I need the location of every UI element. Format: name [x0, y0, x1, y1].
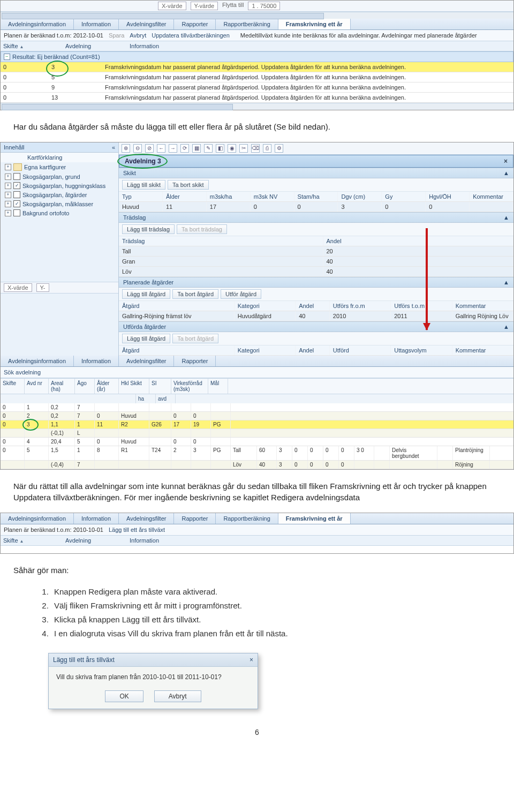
y-varde-field[interactable]: Y-: [36, 283, 49, 292]
add-atgard-button[interactable]: Lägg till åtgärd: [122, 289, 170, 299]
table-row[interactable]: Gran40: [119, 257, 513, 267]
tool-icon[interactable]: ⟳: [180, 144, 189, 153]
add-skikt-button[interactable]: Lägg till skikt: [122, 180, 165, 190]
tree-item[interactable]: +Skogsägarplan, grund: [1, 172, 118, 181]
section-tradslag[interactable]: Trädslag: [123, 214, 146, 221]
grid-row[interactable]: 051,518R1T2423PGTall60300003 0Delvis ber…: [1, 446, 513, 461]
tab-lower[interactable]: Rapporter: [174, 356, 216, 366]
tab[interactable]: Information: [74, 513, 119, 524]
tool-icon[interactable]: ⚙: [275, 144, 283, 153]
scale-field[interactable]: 1 . 75000: [248, 2, 280, 10]
col-avdelning[interactable]: Avdelning: [65, 537, 108, 544]
table-row[interactable]: Löv40: [119, 267, 513, 277]
tree-item[interactable]: +Egna kartfigurer: [1, 162, 118, 172]
grid-row[interactable]: 0420,450Huvud00: [1, 438, 513, 446]
tab[interactable]: Rapportberäkning: [216, 513, 278, 524]
avbryt-button[interactable]: Avbryt: [130, 32, 146, 39]
checkbox-checked[interactable]: ✓: [13, 200, 20, 207]
expand-icon[interactable]: +: [5, 174, 11, 180]
table-row[interactable]: Huvud111700300: [119, 202, 513, 212]
collapse-icon[interactable]: −: [4, 54, 10, 60]
remove-skikt-button[interactable]: Ta bort skikt: [168, 180, 209, 190]
col-skifte[interactable]: Skifte ▲: [3, 537, 44, 544]
tab[interactable]: Avdelningsfilter: [119, 513, 174, 524]
tab-avdelningsfilter[interactable]: Avdelningsfilter: [119, 19, 174, 29]
tool-icon[interactable]: ⊖: [133, 144, 142, 153]
table-row[interactable]: 0 5 Framskrivningsdatum har passerat pla…: [1, 72, 513, 82]
checkbox-checked[interactable]: ✓: [13, 182, 20, 189]
sok-avdelning-link[interactable]: Sök avdelning: [4, 369, 41, 375]
expand-icon[interactable]: +: [5, 210, 11, 216]
collapse-icon[interactable]: ▲: [503, 324, 509, 330]
tree-item[interactable]: +Skogsägarplan, åtgärder: [1, 190, 118, 199]
col-information[interactable]: Information: [130, 43, 159, 49]
tree-item[interactable]: +Bakgrund ortofoto: [1, 208, 118, 217]
section-skikt[interactable]: Skikt: [123, 170, 136, 176]
checkbox[interactable]: [13, 209, 20, 216]
tool-icon[interactable]: ⊕: [122, 144, 130, 153]
tree-item[interactable]: +✓Skogsägarplan, huggningsklass: [1, 181, 118, 190]
table-row[interactable]: 0 9 Framskrivningsdatum har passerat pla…: [1, 82, 513, 93]
tool-icon[interactable]: ⊘: [145, 144, 154, 153]
col-avdelning[interactable]: Avdelning: [65, 43, 108, 49]
spara-button[interactable]: Spara: [109, 32, 124, 39]
checkbox[interactable]: [13, 191, 20, 198]
tab-rapportberakning[interactable]: Rapportberäkning: [216, 19, 278, 29]
x-varde[interactable]: X-värde: [158, 2, 186, 10]
tab-rapporter[interactable]: Rapporter: [174, 19, 216, 29]
tool-icon[interactable]: ◉: [228, 144, 236, 153]
horizontal-scrollbar-top[interactable]: [1, 12, 513, 19]
tab-avdelningsinformation[interactable]: Avdelningsinformation: [1, 19, 74, 29]
tab-framskrivning[interactable]: Framskrivning ett år: [278, 19, 351, 29]
kartforklaring-label[interactable]: Kartförklaring: [1, 153, 118, 162]
ok-button[interactable]: OK: [105, 690, 143, 702]
tab-lower[interactable]: Avdelningsfilter: [119, 356, 174, 366]
perform-atgard-button[interactable]: Utför åtgärd: [221, 289, 261, 299]
add-utford-button[interactable]: Lägg till åtgärd: [122, 334, 170, 343]
result-group-bar[interactable]: − Resultat: Ej beräknad (Count=81): [1, 51, 513, 62]
tool-icon[interactable]: ▦: [192, 144, 201, 153]
avbryt-button[interactable]: Avbryt: [154, 690, 201, 702]
tool-icon[interactable]: ←: [157, 144, 165, 153]
collapse-icon[interactable]: ▲: [503, 279, 509, 285]
checkbox[interactable]: [13, 173, 20, 180]
collapse-icon[interactable]: ▲: [503, 214, 509, 221]
col-information[interactable]: Information: [130, 537, 159, 544]
remove-atgard-button[interactable]: Ta bort åtgärd: [172, 289, 218, 299]
tab-lower[interactable]: Avdelningsinformation: [1, 356, 74, 366]
table-row[interactable]: Gallring-Röjning främst lövHuvudåtgärd40…: [119, 311, 513, 321]
tab-information[interactable]: Information: [74, 19, 119, 29]
uppdatera-button[interactable]: Uppdatera tillväxtberäkningen: [152, 32, 230, 39]
tool-icon[interactable]: ⌫: [251, 144, 260, 153]
section-utforda[interactable]: Utförda åtgärder: [123, 324, 166, 330]
close-icon[interactable]: ×: [504, 157, 508, 165]
tab[interactable]: Rapporter: [174, 513, 216, 524]
tool-icon[interactable]: →: [169, 144, 177, 153]
collapse-sidebar-icon[interactable]: «: [112, 144, 115, 151]
grid-row[interactable]: 020,270Huvud00: [1, 412, 513, 420]
close-icon[interactable]: ×: [250, 656, 253, 664]
table-row[interactable]: Tall20: [119, 246, 513, 257]
grid-row[interactable]: (-0,1)L: [1, 429, 513, 438]
horizontal-scrollbar[interactable]: [1, 103, 513, 110]
tool-icon[interactable]: ✎: [204, 144, 213, 153]
add-tradslag-button[interactable]: Lägg till trädslag: [122, 224, 175, 234]
tool-icon[interactable]: ⎙: [263, 144, 271, 153]
x-varde-field[interactable]: X-värde: [4, 283, 32, 292]
grid-row[interactable]: 010,27: [1, 403, 513, 412]
expand-icon[interactable]: +: [5, 201, 11, 207]
expand-icon[interactable]: +: [5, 192, 11, 198]
remove-tradslag-button[interactable]: Ta bort trädslag: [177, 224, 227, 234]
lagg-till-button[interactable]: Lägg till ett års tillväxt: [109, 527, 165, 533]
grid-row[interactable]: 031,1111R2G261719PG: [1, 420, 513, 429]
tab[interactable]: Avdelningsinformation: [1, 513, 74, 524]
grid-row[interactable]: (-0,4)7Löv4030000Röjning: [1, 461, 513, 469]
tab-active[interactable]: Framskrivning ett år: [278, 513, 351, 524]
col-skifte[interactable]: Skifte ▲: [3, 43, 44, 49]
tool-icon[interactable]: ◧: [216, 144, 224, 153]
table-row[interactable]: 0 3 Framskrivningsdatum har passerat pla…: [1, 62, 513, 72]
expand-icon[interactable]: +: [5, 164, 11, 170]
tree-item[interactable]: +✓Skogsägarplan, målklasser: [1, 199, 118, 208]
tool-icon[interactable]: ✂: [239, 144, 248, 153]
y-varde[interactable]: Y-värde: [191, 2, 218, 10]
